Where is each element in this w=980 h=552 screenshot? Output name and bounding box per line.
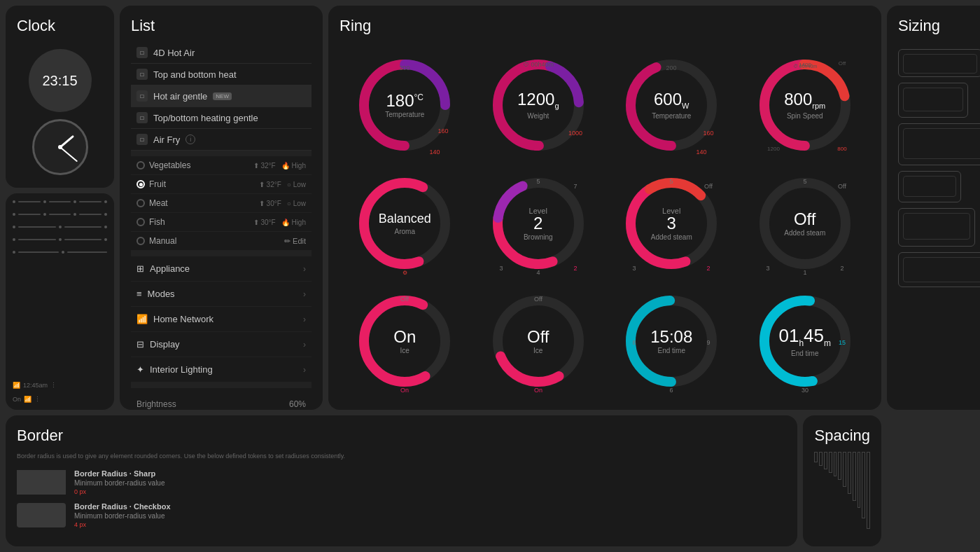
ring-cell-end-time-1: 8 9 6 15:08 End time <box>606 284 737 399</box>
svg-text:3: 3 <box>766 265 769 272</box>
svg-text:3: 3 <box>633 265 636 272</box>
food-item-manual[interactable]: Manual ✏ Edit <box>131 232 312 251</box>
svg-text:1000: 1000 <box>568 130 582 137</box>
list-footer: Brightness 60% Light interaction i on <box>131 388 312 410</box>
food-item-meat[interactable]: Meat ⬆ 30°F○ Low <box>131 194 312 213</box>
chevron-right-icon: › <box>303 264 306 274</box>
radio-button[interactable] <box>136 237 145 245</box>
border-swatch-checkbox <box>17 503 66 527</box>
svg-text:1: 1 <box>803 269 806 276</box>
svg-text:800: 800 <box>837 146 847 152</box>
svg-text:8: 8 <box>633 339 636 346</box>
sizing-box-1 <box>898 49 980 77</box>
sizing-box-2 <box>898 83 968 118</box>
svg-text:30: 30 <box>802 387 808 394</box>
clock-analog-display <box>32 119 88 175</box>
list-item-top-bottom[interactable]: □ Top and bottom heat <box>131 64 312 85</box>
svg-text:Off: Off <box>400 296 409 303</box>
food-item-fruit[interactable]: Fruit ⬆ 32°F○ Low <box>131 175 312 194</box>
svg-text:160: 160 <box>438 127 449 134</box>
border-title: Border <box>17 427 786 445</box>
ring-cell-steam-off: 5 Off 2 3 1 Off Added steam <box>740 165 871 280</box>
svg-text:1200: 1200 <box>767 146 780 152</box>
svg-text:⏱ 00h40m: ⏱ 00h40m <box>523 61 554 68</box>
list-item-icon: □ <box>136 69 148 80</box>
info-icon: i <box>186 134 195 144</box>
list-item-icon: □ <box>136 112 148 123</box>
sizing-box-6 <box>898 252 980 287</box>
clock-minute-hand <box>59 146 78 162</box>
new-badge: NEW <box>213 92 232 100</box>
nav-modes[interactable]: ≡ Modes › <box>131 282 312 307</box>
nav-appliance[interactable]: ⊞ Appliance › <box>131 256 312 282</box>
section-divider <box>131 382 312 388</box>
svg-text:⏱ 00h40m: ⏱ 00h40m <box>793 64 817 69</box>
border-panel: Border Border radius is used to give any… <box>6 415 797 546</box>
ring-cell-steam: 5 Off 2 3 Level 3 Added steam <box>606 165 737 280</box>
svg-text:140: 140 <box>696 149 707 156</box>
section-divider <box>131 251 312 256</box>
section-divider <box>131 151 312 156</box>
svg-text:5: 5 <box>670 178 673 185</box>
list-item-top-bottom-gentle[interactable]: □ Top/bottom heating gentle <box>131 107 312 129</box>
food-item-fish[interactable]: Fish ⬆ 30°F🔥 High <box>131 213 312 232</box>
svg-text:Off: Off <box>838 60 846 67</box>
border-description: Border radius is used to give any elemen… <box>17 452 786 461</box>
list-item-icon: □ <box>136 47 148 58</box>
list-item-air-fry[interactable]: □ Air Fry i <box>131 129 312 151</box>
radio-button[interactable] <box>136 180 145 188</box>
radio-button[interactable] <box>136 199 145 207</box>
ring-panel: Ring 200 160 140 180°C Temperature <box>328 6 881 410</box>
ring-cell-end-time-2: 15 30 01h45m End time <box>740 284 871 399</box>
svg-text:140: 140 <box>430 149 440 156</box>
radio-button[interactable] <box>136 161 145 170</box>
svg-text:On: On <box>400 387 409 394</box>
sidebar-row-4 <box>13 238 107 241</box>
border-swatch-sharp <box>17 470 66 495</box>
list-item-hot-air-gentle[interactable]: □ Hot air gentle NEW <box>131 85 312 107</box>
svg-text:4: 4 <box>536 269 540 276</box>
nav-home-network[interactable]: 📶 Home Network › <box>131 307 312 332</box>
food-item-vegetables[interactable]: Vegetables ⬆ 32°F🔥 High <box>131 156 312 175</box>
svg-text:2: 2 <box>573 265 577 272</box>
svg-text:Off: Off <box>838 183 846 190</box>
ring-cell-temperature-2: 200 160 140 600W Temperature <box>606 48 737 163</box>
list-item-4d-hot-air[interactable]: □ 4D Hot Air <box>131 42 312 64</box>
ring-cell-browning: 5 7 2 4 3 Level 2 Browning <box>473 165 604 280</box>
sizing-title: Sizing <box>898 17 940 35</box>
spacing-title: Spacing <box>814 427 870 445</box>
spacing-panel: Spacing <box>803 415 881 546</box>
radio-button[interactable] <box>136 218 145 226</box>
sizing-box-4 <box>898 171 961 202</box>
nav-display[interactable]: ⊟ Display › <box>131 332 312 357</box>
svg-text:On: On <box>534 387 542 394</box>
ring-title: Ring <box>340 17 870 35</box>
svg-text:6: 6 <box>670 387 673 394</box>
svg-text:200: 200 <box>666 64 677 71</box>
clock-title: Clock <box>17 17 55 35</box>
clock-center <box>58 145 62 149</box>
sizing-box-5 <box>898 208 975 247</box>
ring-grid: 200 160 140 180°C Temperature ⏱ 00h40m 1… <box>340 42 870 399</box>
svg-text:200: 200 <box>400 64 410 71</box>
chevron-right-icon: › <box>303 365 306 375</box>
border-item-sharp: Border Radius · Sharp Minimum border-rad… <box>17 469 786 495</box>
brightness-value: 60% <box>289 399 306 409</box>
chevron-right-icon: › <box>303 340 306 350</box>
nav-interior-lighting[interactable]: ✦ Interior Lighting › <box>131 357 312 382</box>
svg-text:Off: Off <box>534 296 542 303</box>
svg-text:15: 15 <box>839 339 846 346</box>
svg-text:160: 160 <box>704 130 714 137</box>
ring-cell-weight: ⏱ 00h40m 1000 1200g Weight <box>473 48 604 163</box>
svg-text:⚙: ⚙ <box>402 270 407 276</box>
list-title: List <box>131 17 312 35</box>
bottom-row: Border Border radius is used to give any… <box>6 415 881 546</box>
sizing-box-3 <box>898 123 980 165</box>
sizing-panel: Sizing <box>887 6 980 410</box>
chevron-right-icon: › <box>303 315 306 324</box>
spacing-visual <box>814 452 870 529</box>
list-item-icon: □ <box>136 134 148 145</box>
ring-cell-aroma: ⚙ Balanced Aroma <box>340 165 470 280</box>
svg-text:2: 2 <box>840 265 844 272</box>
ring-on-value: On <box>393 329 416 345</box>
